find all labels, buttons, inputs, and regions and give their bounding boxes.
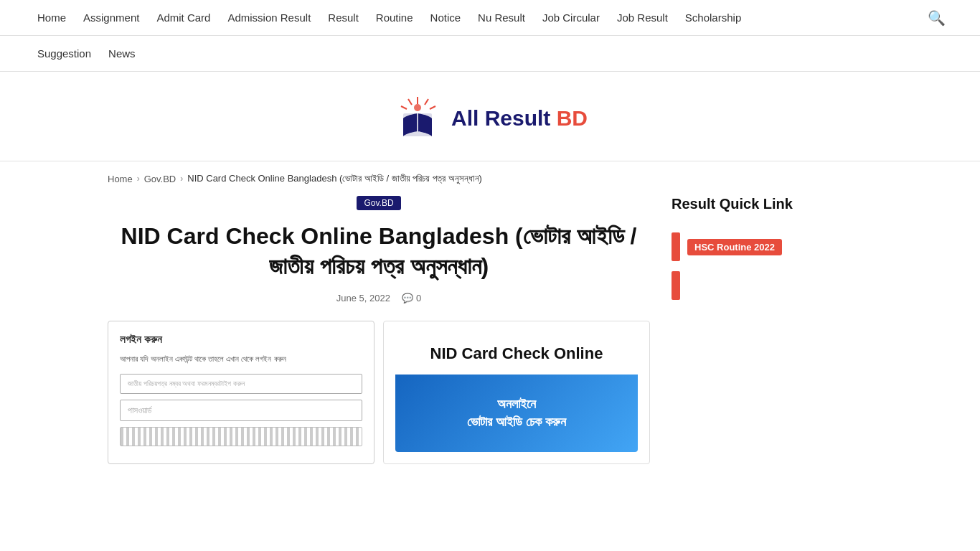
breadcrumb-sep1: › <box>137 174 140 184</box>
breadcrumb-gov[interactable]: Gov.BD <box>144 174 176 184</box>
nid-check-image-box: NID Card Check Online অনলাইনেভোটার আইডি … <box>383 321 650 464</box>
breadcrumb-sep2: › <box>180 174 183 184</box>
nid-online-text: অনলাইনেভোটার আইডি চেক করুন <box>461 390 572 437</box>
nav-link-job-result[interactable]: Job Result <box>608 0 677 35</box>
nav-links-row1: HomeAssignmentAdmit CardAdmission Result… <box>29 0 750 35</box>
nav-link-home[interactable]: Home <box>29 0 75 35</box>
content-area: Gov.BD NID Card Check Online Bangladesh … <box>108 196 650 479</box>
quick-link-item[interactable]: HSC Routine 2022 <box>672 232 872 261</box>
login-desc: আপনার যদি অনলাইন একাউন্ট থাকে তাহলে এখান… <box>120 353 362 365</box>
breadcrumb-home[interactable]: Home <box>108 174 133 184</box>
search-button[interactable]: 🔍 <box>922 4 951 32</box>
nav-link-admit-card[interactable]: Admit Card <box>148 0 219 35</box>
nid-online-box: অনলাইনেভোটার আইডি চেক করুন <box>395 375 638 452</box>
logo-text: All Result BD <box>451 106 588 131</box>
login-image-box: লগইন করুন আপনার যদি অনলাইন একাউন্ট থাকে … <box>108 321 374 464</box>
main-wrapper: Gov.BD NID Card Check Online Bangladesh … <box>0 196 980 507</box>
nav-link-notice[interactable]: Notice <box>422 0 470 35</box>
article-title: NID Card Check Online Bangladesh (ভোটার … <box>108 222 650 281</box>
svg-line-1 <box>425 99 428 105</box>
nav-link-result[interactable]: Result <box>319 0 367 35</box>
svg-line-4 <box>401 106 407 109</box>
nav-link-routine[interactable]: Routine <box>367 0 422 35</box>
nav-link-assignment[interactable]: Assignment <box>75 0 148 35</box>
image-grid: লগইন করুন আপনার যদি অনলাইন একাউন্ট থাকে … <box>108 321 650 464</box>
nid-check-title: NID Card Check Online <box>419 333 615 375</box>
logo-area: All Result BD <box>0 72 980 161</box>
svg-line-2 <box>408 99 412 105</box>
login-dots <box>120 427 362 447</box>
nav-link-scholarship[interactable]: Scholarship <box>677 0 750 35</box>
quick-link-label[interactable]: HSC Routine 2022 <box>687 239 782 255</box>
comment-icon: 💬 <box>402 293 413 303</box>
quick-link-dot <box>672 232 680 261</box>
nav-link-admission-result[interactable]: Admission Result <box>219 0 319 35</box>
nav-link-suggestion[interactable]: Suggestion <box>29 36 100 71</box>
quick-link-dot-2 <box>672 271 680 300</box>
breadcrumb: Home › Gov.BD › NID Card Check Online Ba… <box>0 161 980 196</box>
nav-link-nu-result[interactable]: Nu Result <box>469 0 534 35</box>
login-field2: পাসওয়ার্ড <box>120 400 362 421</box>
login-field1: জাতীয় পরিচয়পত্র নম্বর অথবা ফরমনম্বরটাই… <box>120 374 362 394</box>
top-nav: HomeAssignmentAdmit CardAdmission Result… <box>0 0 980 36</box>
svg-point-7 <box>414 104 421 111</box>
nav-link-job-circular[interactable]: Job Circular <box>534 0 608 35</box>
svg-line-3 <box>430 106 435 109</box>
comment-count: 💬 0 <box>402 293 421 303</box>
quick-link-item-2 <box>672 271 872 300</box>
sidebar: Result Quick Link HSC Routine 2022 <box>672 196 872 479</box>
logo[interactable]: All Result BD <box>392 93 588 143</box>
category-badge-wrap: Gov.BD <box>108 196 650 222</box>
article-date: June 5, 2022 <box>336 293 390 303</box>
sidebar-title: Result Quick Link <box>672 196 872 218</box>
logo-icon <box>392 93 443 143</box>
top-nav-row2: SuggestionNews <box>0 36 980 72</box>
login-title: লগইন করুন <box>120 333 362 346</box>
nav-link-news[interactable]: News <box>100 36 144 71</box>
category-badge[interactable]: Gov.BD <box>357 196 400 210</box>
breadcrumb-current: NID Card Check Online Bangladesh (ভোটার … <box>187 173 482 184</box>
article-meta: June 5, 2022 💬 0 <box>108 293 650 303</box>
comment-number: 0 <box>416 293 421 303</box>
